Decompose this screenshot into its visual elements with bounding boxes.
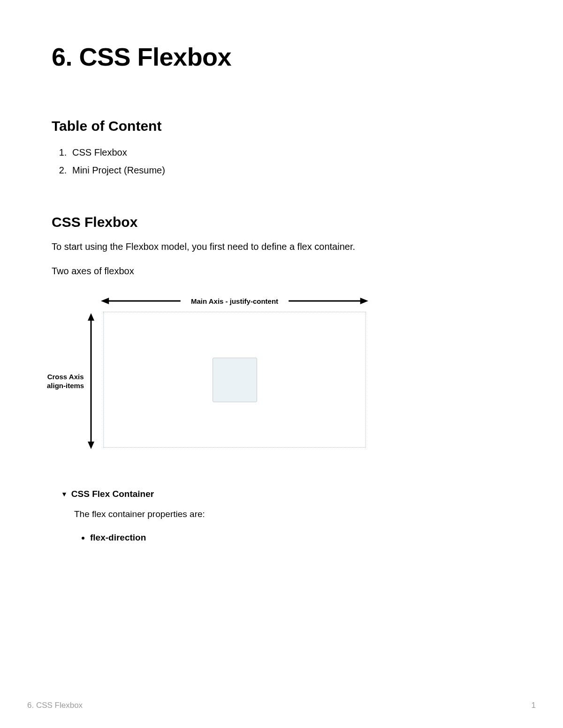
svg-marker-5 (88, 313, 94, 321)
svg-marker-1 (101, 298, 109, 304)
footer-page-number: 1 (532, 701, 536, 710)
toc-item: Mini Project (Resume) (69, 161, 511, 179)
collapsible-body: The flex container properties are: flex-… (74, 508, 511, 546)
property-list: flex-direction (74, 530, 511, 546)
collapsible-toggle[interactable]: ▼ CSS Flex Container (61, 489, 511, 499)
svg-marker-3 (360, 298, 368, 304)
cross-axis-col: Cross Axis align-items (47, 313, 99, 449)
arrow-right-icon (288, 297, 368, 305)
collapsible-title: CSS Flex Container (71, 489, 154, 499)
toc-heading: Table of Content (52, 118, 511, 134)
section-subintro: Two axes of flexbox (52, 264, 511, 278)
arrow-left-icon (101, 297, 182, 305)
page-title: 6. CSS Flexbox (52, 42, 511, 71)
svg-marker-6 (88, 442, 94, 449)
page-footer: 6. CSS Flexbox 1 (27, 701, 536, 710)
main-axis-label: Main Axis - justify-content (191, 297, 278, 305)
arrow-vertical-icon (87, 313, 95, 449)
footer-title: 6. CSS Flexbox (27, 701, 83, 710)
flex-item-box (213, 358, 257, 402)
flex-container-box (103, 312, 366, 448)
toc-item: CSS Flexbox (69, 143, 511, 161)
flexbox-axes-diagram: Main Axis - justify-content Cross Axis a… (47, 297, 422, 451)
chevron-down-icon: ▼ (61, 491, 68, 497)
cross-axis-label: Cross Axis align-items (47, 372, 84, 390)
collapsible-lead: The flex container properties are: (74, 508, 511, 521)
property-item: flex-direction (90, 530, 511, 546)
collapsible-section: ▼ CSS Flex Container The flex container … (61, 489, 511, 546)
main-axis-row: Main Axis - justify-content (101, 297, 368, 305)
section-heading: CSS Flexbox (52, 214, 511, 230)
section-intro: To start using the Flexbox model, you fi… (52, 240, 511, 254)
toc-list: CSS Flexbox Mini Project (Resume) (52, 143, 511, 179)
